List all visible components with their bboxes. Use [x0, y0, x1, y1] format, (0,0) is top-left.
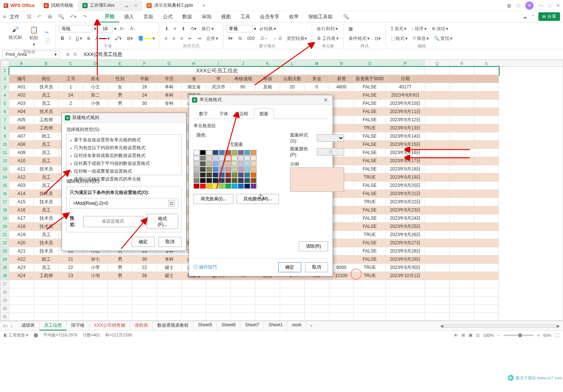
- number-format-input[interactable]: [226, 25, 252, 32]
- cell[interactable]: [329, 297, 354, 305]
- increase-font-button[interactable]: A↑: [118, 25, 127, 32]
- cell[interactable]: 员工: [34, 100, 59, 108]
- row-header[interactable]: 19: [0, 214, 9, 223]
- cell[interactable]: A22: [9, 255, 34, 264]
- cell[interactable]: A05: [9, 116, 34, 124]
- cell[interactable]: [450, 75, 474, 83]
- cell[interactable]: [280, 297, 305, 305]
- sheet-tab[interactable]: 成绩表: [17, 321, 40, 330]
- color-swatch[interactable]: [219, 161, 225, 166]
- cell[interactable]: [425, 91, 450, 100]
- share-button[interactable]: ✉ 分享: [538, 12, 560, 21]
- nav-prev-button[interactable]: ‹: [6, 323, 8, 329]
- more-colors-button[interactable]: 其他颜色(M)...: [236, 194, 279, 204]
- cell[interactable]: [450, 239, 474, 247]
- cell[interactable]: A24: [9, 272, 34, 280]
- row-header[interactable]: 29: [0, 297, 9, 305]
- cell[interactable]: [450, 141, 474, 149]
- cell[interactable]: A02: [9, 91, 34, 100]
- cell[interactable]: [474, 264, 499, 272]
- tab-list-button[interactable]: ≡: [3, 323, 6, 329]
- cell[interactable]: 技术员: [34, 198, 59, 206]
- cell[interactable]: [425, 313, 450, 321]
- cell[interactable]: FALSE: [354, 182, 386, 190]
- col-header[interactable]: M: [305, 60, 329, 66]
- align-center-button[interactable]: ≡: [171, 35, 177, 42]
- cell[interactable]: 2023年9月13日: [386, 124, 425, 132]
- cell[interactable]: 30: [132, 255, 157, 264]
- cell[interactable]: [450, 264, 474, 272]
- underline-button[interactable]: U▾: [74, 35, 84, 42]
- cell[interactable]: [231, 305, 255, 313]
- color-swatch[interactable]: [251, 150, 257, 155]
- cell[interactable]: 学历: [157, 75, 182, 83]
- cell[interactable]: [386, 288, 425, 297]
- color-swatch[interactable]: [225, 178, 231, 183]
- cell[interactable]: 出勤天数: [280, 75, 305, 83]
- color-swatch[interactable]: [206, 150, 212, 155]
- cell[interactable]: 员工: [34, 206, 59, 214]
- convert-button[interactable]: ⇄ 转换▾: [258, 25, 278, 33]
- cell[interactable]: [305, 280, 329, 288]
- cell[interactable]: A14: [9, 190, 34, 198]
- cell[interactable]: [474, 214, 499, 223]
- tips-link[interactable]: ⓘ 操作技巧: [194, 264, 217, 270]
- color-swatch[interactable]: [251, 178, 257, 183]
- cell[interactable]: TRUE: [354, 173, 386, 182]
- cell[interactable]: [182, 280, 206, 288]
- cell[interactable]: 2023年9月11日: [386, 108, 425, 116]
- color-swatch[interactable]: [194, 167, 199, 172]
- color-swatch[interactable]: [213, 156, 218, 161]
- row-header[interactable]: 13: [0, 165, 9, 173]
- col-header[interactable]: F: [132, 60, 157, 66]
- color-swatch[interactable]: [244, 172, 250, 178]
- view-icon[interactable]: 👁: [454, 333, 458, 338]
- cell[interactable]: [425, 116, 450, 124]
- highlight-button[interactable]: 🖍▾: [113, 35, 123, 42]
- cell[interactable]: 日期: [386, 75, 425, 83]
- color-swatch[interactable]: [238, 156, 244, 161]
- cell[interactable]: [108, 305, 132, 313]
- color-swatch[interactable]: [219, 167, 225, 172]
- dec-decimal-button[interactable]: ←.0: [271, 35, 283, 42]
- color-swatch[interactable]: [225, 150, 231, 155]
- indent-left-button[interactable]: ⇤: [186, 35, 194, 42]
- cell[interactable]: 2023年9月23日: [386, 206, 425, 214]
- cell[interactable]: [474, 223, 499, 231]
- col-header[interactable]: J: [231, 60, 255, 66]
- cell[interactable]: FALSE: [354, 255, 386, 264]
- color-swatch[interactable]: [194, 156, 199, 161]
- cell[interactable]: 武汉市: [206, 83, 231, 91]
- cell[interactable]: [34, 280, 59, 288]
- color-swatch[interactable]: [206, 167, 212, 172]
- cell[interactable]: 2023年9月29日: [386, 255, 425, 264]
- cell[interactable]: 工程师: [34, 272, 59, 280]
- cell[interactable]: 技术员: [34, 190, 59, 198]
- cell[interactable]: A03: [9, 182, 34, 190]
- row-header[interactable]: 28: [0, 288, 9, 297]
- cell[interactable]: FALSE: [354, 132, 386, 141]
- color-swatch[interactable]: [213, 184, 218, 189]
- cell[interactable]: 湖北省: [182, 83, 206, 91]
- cell[interactable]: [59, 280, 83, 288]
- cell[interactable]: [83, 297, 108, 305]
- color-swatch[interactable]: [244, 167, 250, 172]
- row-header[interactable]: 3: [0, 83, 9, 91]
- cell[interactable]: 员工: [34, 231, 59, 239]
- cell[interactable]: [450, 108, 474, 116]
- worksheet-button[interactable]: 🗎 工作表▾: [315, 34, 340, 43]
- cell[interactable]: [83, 313, 108, 321]
- rule-type-item[interactable]: 仅对排名靠前或靠后的数值设置格式: [67, 152, 181, 160]
- rule-type-item[interactable]: 只为包含以下内容的单元格设置格式: [67, 144, 181, 152]
- cell[interactable]: [59, 297, 83, 305]
- cell[interactable]: [474, 173, 499, 182]
- sort-button[interactable]: ↓ 排序▾: [410, 25, 428, 33]
- collapse-icon[interactable]: ⊡: [168, 200, 175, 207]
- cell[interactable]: [425, 288, 450, 297]
- cell[interactable]: [34, 305, 59, 313]
- row-header[interactable]: 26: [0, 272, 9, 280]
- cell[interactable]: FALSE: [354, 108, 386, 116]
- cell[interactable]: 1: [59, 83, 83, 91]
- color-swatch[interactable]: [238, 172, 244, 178]
- color-swatch[interactable]: [238, 161, 244, 166]
